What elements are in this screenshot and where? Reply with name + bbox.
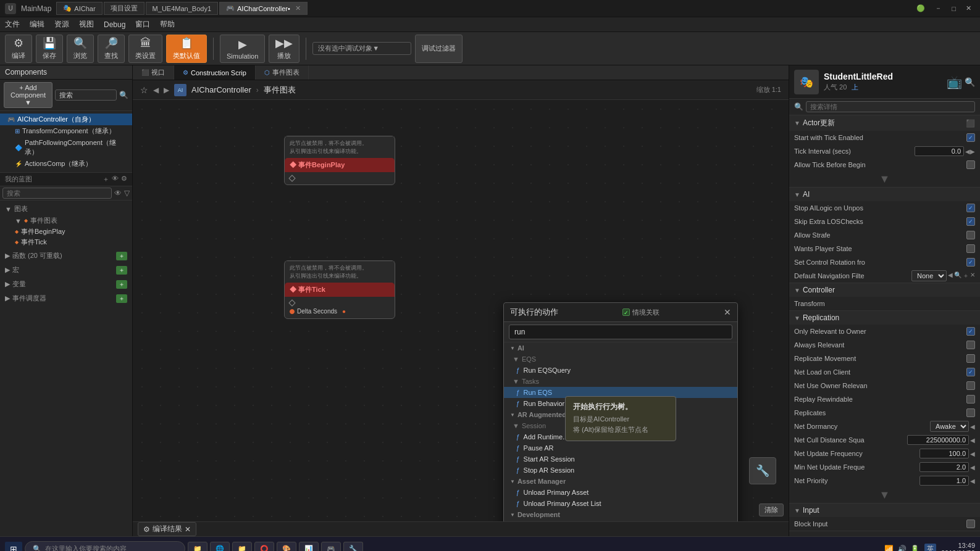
add-component-button[interactable]: + Add Component ▼ [4, 82, 52, 108]
skip-los-checkbox[interactable] [966, 217, 975, 226]
menu-assets[interactable]: 资源 [54, 19, 69, 30]
taskbar-app-chrome[interactable]: 🎨 [277, 542, 296, 551]
nav-search-icon[interactable]: 🔍 [954, 271, 961, 280]
bp-dispatchers-title[interactable]: ▶ 事件调度器 ＋ [5, 292, 127, 304]
add-variable-button[interactable]: ＋ [116, 280, 127, 289]
tick-interval-input[interactable] [915, 146, 964, 156]
right-search-input[interactable] [806, 101, 975, 112]
winbtn-min[interactable]: － [931, 4, 945, 13]
simulation-button[interactable]: ▶ Simulation [220, 35, 265, 63]
menu-edit[interactable]: 编辑 [30, 19, 44, 30]
network-icon[interactable]: 📶 [884, 545, 894, 552]
controller-section-header[interactable]: ▼ Controller [789, 283, 980, 297]
net-use-owner-checkbox[interactable] [966, 381, 975, 390]
battery-icon[interactable]: 🔋 [910, 545, 919, 552]
context-checkbox[interactable]: ✓ [622, 309, 630, 316]
min-net-arrow[interactable]: ◀ [970, 464, 975, 471]
breadcrumb-controller[interactable]: AICharController [191, 85, 251, 94]
bp-variables-title[interactable]: ▶ 变量 ＋ [5, 278, 127, 290]
blueprint-canvas[interactable]: 此节点被禁用，将不会被调用。从引脚连出引线来编译功能。 ◆ 事件BeginPla… [133, 100, 789, 521]
net-update-arrow[interactable]: ◀ [970, 450, 975, 457]
comp-item-actionscomp[interactable]: ⚡ ActionsComp（继承） [0, 158, 132, 170]
breadcrumb-graph[interactable]: 事件图表 [264, 85, 296, 96]
nav-add-icon[interactable]: ＋ [963, 271, 969, 280]
wants-player-checkbox[interactable] [966, 244, 975, 253]
taskbar-app-files[interactable]: 📁 [232, 542, 252, 551]
title-tab-body[interactable]: M_UE4Man_Body1 [146, 2, 218, 15]
net-cull-arrow[interactable]: ◀ [970, 437, 975, 444]
forward-arrow-icon[interactable]: ▶ [164, 86, 169, 94]
action-unload-primary[interactable]: ƒ Unload Primary Asset [504, 487, 737, 498]
title-tab-aichar[interactable]: 🎭 AIChar [56, 2, 102, 15]
comp-item-pathfollowing[interactable]: 🔷 PathFollowingComponent（继承） [0, 137, 132, 158]
net-update-freq-input[interactable] [919, 449, 969, 458]
block-input-checkbox[interactable] [966, 520, 975, 528]
volume-icon[interactable]: 🔊 [897, 545, 907, 552]
bp-event-tick[interactable]: ◆ 事件Tick [5, 237, 127, 247]
menu-help[interactable]: 帮助 [160, 19, 175, 30]
replay-rewindable-checkbox[interactable] [966, 395, 975, 404]
settings-icon[interactable]: ⚙ [121, 175, 127, 184]
net-cull-input[interactable] [907, 435, 969, 445]
action-menu-close-button[interactable]: ✕ [724, 307, 731, 317]
tab-viewport[interactable]: ⬛ 视口 [133, 65, 174, 80]
category-development[interactable]: ▼ Development [504, 509, 737, 520]
action-search-input[interactable] [509, 325, 732, 339]
eye-filter-icon[interactable]: 👁 [114, 189, 122, 197]
minimize-icon[interactable]: 🟢 [913, 4, 929, 12]
comp-item-transform[interactable]: ⊞ TransformComponent（继承） [0, 125, 132, 137]
compile-button[interactable]: ⚙ 编译 [5, 35, 32, 63]
actor-update-header[interactable]: ▼ Actor更新 ⬛ [789, 115, 980, 131]
default-nav-select[interactable]: None [911, 270, 947, 281]
class-defaults-button[interactable]: 📋 类默认值 [166, 35, 207, 63]
title-tab-controller[interactable]: 🎮 AICharController• ✕ [219, 2, 308, 15]
canvas-tool-icon[interactable]: 🔧 [749, 457, 776, 484]
filter-icon[interactable]: ▽ [124, 189, 130, 197]
tab-construction-script[interactable]: ⚙ Construction Scrip [174, 65, 256, 80]
action-start-ar-session[interactable]: ƒ Start AR Session [504, 454, 737, 465]
menu-view[interactable]: 视图 [79, 19, 94, 30]
blueprint-search-input[interactable] [2, 188, 112, 199]
category-ai[interactable]: ▼ AI [504, 342, 737, 354]
debug-filter-button[interactable]: 调试过滤器 [415, 35, 463, 63]
min-net-update-input[interactable] [919, 462, 969, 472]
bp-section-graphs-title[interactable]: ▼ 图表 [5, 203, 127, 215]
bp-macros-title[interactable]: ▶ 宏 ＋ [5, 264, 127, 276]
bp-event-graph-title[interactable]: ▼ ◆ 事件图表 [5, 215, 127, 226]
compile-results-tab[interactable]: ⚙ 编译结果 ✕ [138, 522, 196, 536]
class-settings-button[interactable]: 🏛 类设置 [128, 35, 162, 63]
taskbar-start-button[interactable]: ⊞ [5, 542, 22, 552]
node-tick[interactable]: 此节点被禁用，将不会被调用。从引脚连出引线来编译功能。 ◆ 事件Tick Del… [284, 260, 395, 319]
add-blueprint-icon[interactable]: ＋ [103, 175, 109, 184]
allow-tick-checkbox[interactable] [966, 160, 975, 169]
back-arrow-icon[interactable]: ◀ [153, 86, 159, 94]
right-search-icon[interactable]: 🔍 [965, 77, 975, 87]
allow-strafe-checkbox[interactable] [966, 231, 975, 239]
subcategory-tasks[interactable]: ▼ Tasks [504, 376, 737, 387]
title-tab-settings[interactable]: 项目设置 [104, 2, 144, 15]
add-macro-button[interactable]: ＋ [116, 266, 127, 275]
menu-debug[interactable]: Debug [104, 20, 125, 29]
comp-item-self[interactable]: 🎮 AICharController（自身） [0, 114, 132, 125]
only-relevant-checkbox[interactable] [966, 327, 975, 336]
winbtn-max[interactable]: □ [948, 5, 960, 12]
menu-file[interactable]: 文件 [5, 19, 20, 30]
debug-target-selector[interactable]: 没有选中调试对象▼ [312, 42, 411, 55]
start-tick-checkbox[interactable] [966, 133, 975, 142]
net-priority-arrow[interactable]: ◀ [970, 478, 975, 484]
input-section-header[interactable]: ▼ Input [789, 503, 980, 517]
taskbar-app-office[interactable]: ⭕ [254, 542, 274, 551]
save-button[interactable]: 💾 保存 [36, 35, 63, 63]
browse-button[interactable]: 🔍 浏览 [67, 35, 94, 63]
taskbar-app-ue4[interactable]: 🔧 [343, 542, 363, 552]
menu-window[interactable]: 窗口 [135, 19, 150, 30]
action-pause-ar[interactable]: ƒ Pause AR [504, 442, 737, 454]
category-asset-manager[interactable]: ▼ Asset Manager [504, 476, 737, 487]
play-button[interactable]: ▶▶ 播放 [269, 35, 299, 63]
bp-functions-title[interactable]: ▶ 函数 (20 可重载) ＋ [5, 250, 127, 262]
stop-ailogic-checkbox[interactable] [966, 204, 975, 212]
add-function-button[interactable]: ＋ [116, 252, 127, 260]
node-beginplay[interactable]: 此节点被禁用，将不会被调用。从引脚连出引线来编译功能。 ◆ 事件BeginPla… [284, 136, 395, 185]
context-check[interactable]: ✓ 情境关联 [622, 308, 660, 317]
net-dormancy-select[interactable]: Awake [930, 421, 969, 432]
